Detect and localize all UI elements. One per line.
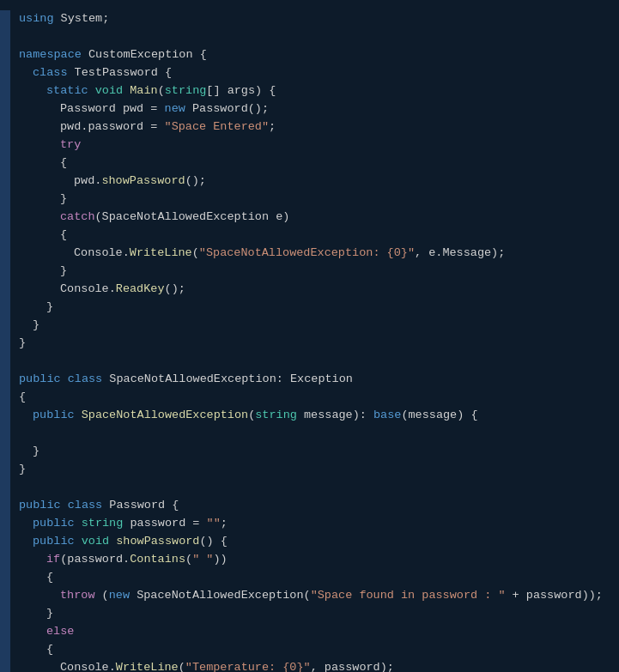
code-line-24 xyxy=(0,425,619,443)
code-line-17: } xyxy=(0,299,619,317)
line-gutter xyxy=(0,389,10,407)
keyword: new xyxy=(109,589,130,602)
keyword: class xyxy=(33,66,68,79)
code-line-23: public SpaceNotAllowedException(string m… xyxy=(0,407,619,425)
code-line-13: { xyxy=(0,227,619,245)
line-gutter xyxy=(0,118,10,136)
line-gutter xyxy=(0,28,10,46)
type: string xyxy=(82,517,124,530)
line-gutter xyxy=(0,227,10,245)
keyword: public xyxy=(19,499,61,512)
code-line-7: pwd.password = "Space Entered"; xyxy=(0,118,619,136)
keyword: new xyxy=(165,102,185,115)
line-gutter xyxy=(0,461,10,479)
code-line-5: static void Main(string[] args) { xyxy=(0,82,619,100)
code-line-27 xyxy=(0,479,619,497)
line-gutter xyxy=(0,173,10,191)
code-line-33: throw (new SpaceNotAllowedException("Spa… xyxy=(0,587,619,605)
line-gutter xyxy=(0,245,10,263)
code-line-28: public class Password { xyxy=(0,497,619,515)
keyword: class xyxy=(68,499,103,512)
line-gutter xyxy=(0,46,10,64)
line-gutter xyxy=(0,82,10,100)
method-name: showPassword xyxy=(101,174,185,187)
code-line-25: } xyxy=(0,443,619,461)
code-line-6: Password pwd = new Password(); xyxy=(0,100,619,118)
code-line-29: public string password = ""; xyxy=(0,515,619,533)
line-gutter xyxy=(0,100,10,118)
string-literal: " " xyxy=(192,553,213,566)
keyword: static xyxy=(46,84,88,97)
keyword: using xyxy=(19,12,54,25)
type: string xyxy=(165,84,207,97)
line-gutter xyxy=(0,569,10,587)
line-gutter xyxy=(0,64,10,82)
method-name: ReadKey xyxy=(116,282,165,295)
line-gutter xyxy=(0,425,10,443)
keyword-control: catch xyxy=(60,210,95,223)
code-line-22: { xyxy=(0,389,619,407)
code-line-20 xyxy=(0,353,619,371)
code-line-18: } xyxy=(0,317,619,335)
line-gutter xyxy=(0,659,10,672)
keyword: public xyxy=(33,517,75,530)
line-gutter xyxy=(0,443,10,461)
line-gutter xyxy=(0,10,10,28)
line-gutter xyxy=(0,317,10,335)
keyword: class xyxy=(68,372,103,385)
code-line-32: { xyxy=(0,569,619,587)
string-literal: "" xyxy=(207,517,221,530)
line-gutter xyxy=(0,353,10,371)
keyword: public xyxy=(33,409,75,421)
line-gutter xyxy=(0,533,10,551)
line-gutter xyxy=(0,209,10,227)
method-name: Main xyxy=(130,84,157,97)
line-gutter xyxy=(0,335,10,353)
code-line-2 xyxy=(0,28,619,46)
code-line-11: } xyxy=(0,191,619,209)
method-name: WriteLine xyxy=(116,661,179,672)
code-line-8: try xyxy=(0,136,619,154)
code-line-4: class TestPassword { xyxy=(0,64,619,82)
keyword: namespace xyxy=(19,48,82,61)
code-line-30: public void showPassword() { xyxy=(0,533,619,551)
line-gutter xyxy=(0,551,10,569)
line-gutter xyxy=(0,605,10,623)
keyword: base xyxy=(373,409,401,421)
code-line-10: pwd.showPassword(); xyxy=(0,173,619,191)
method-name: Contains xyxy=(130,553,185,566)
keyword-control: if xyxy=(46,553,60,566)
line-gutter xyxy=(0,407,10,425)
line-gutter xyxy=(0,641,10,659)
line-gutter xyxy=(0,281,10,299)
method-name: SpaceNotAllowedException xyxy=(82,409,248,421)
keyword-control: else xyxy=(46,625,74,638)
type: void xyxy=(82,535,109,548)
code-line-34: } xyxy=(0,605,619,623)
string-literal: "Temperature: {0}" xyxy=(185,661,311,672)
code-line-26: } xyxy=(0,461,619,479)
code-line-36: { xyxy=(0,641,619,659)
keyword: public xyxy=(19,372,61,385)
line-gutter xyxy=(0,299,10,317)
code-editor: using System; namespace CustomException … xyxy=(0,7,619,672)
type: string xyxy=(255,409,297,421)
line-gutter xyxy=(0,515,10,533)
string-literal: "SpaceNotAllowedException: {0}" xyxy=(199,246,415,259)
keyword-control: throw xyxy=(60,589,95,602)
code-line-12: catch(SpaceNotAllowedException e) xyxy=(0,209,619,227)
code-line-16: Console.ReadKey(); xyxy=(0,281,619,299)
line-gutter xyxy=(0,479,10,497)
string-literal: "Space Entered" xyxy=(165,120,270,133)
line-gutter xyxy=(0,371,10,389)
code-line-15: } xyxy=(0,263,619,281)
line-gutter xyxy=(0,136,10,154)
code-line-3: namespace CustomException { xyxy=(0,46,619,64)
keyword-control: try xyxy=(60,138,81,151)
code-line-31: if(password.Contains(" ")) xyxy=(0,551,619,569)
keyword: public xyxy=(33,535,75,548)
line-gutter xyxy=(0,191,10,209)
type: void xyxy=(95,84,123,97)
line-gutter xyxy=(0,154,10,173)
code-line-1: using System; xyxy=(0,10,619,28)
